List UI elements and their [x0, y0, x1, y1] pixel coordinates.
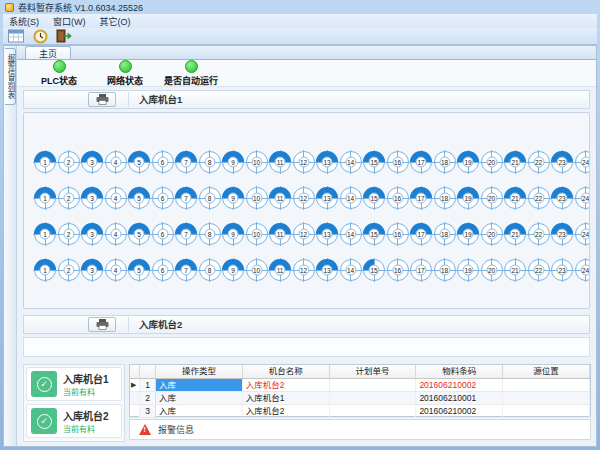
storage-slot-9[interactable]: 9	[222, 223, 244, 245]
table-column-header[interactable]: 物料条码	[416, 365, 503, 378]
table-cell[interactable]	[503, 405, 590, 417]
storage-slot-4[interactable]: 4	[105, 187, 127, 209]
storage-slot-15[interactable]: 15	[363, 151, 385, 173]
storage-slot-5[interactable]: 5	[128, 151, 150, 173]
storage-slot-16[interactable]: 16	[387, 223, 409, 245]
table-column-header[interactable]	[130, 365, 140, 378]
storage-slot-20[interactable]: 20	[481, 187, 503, 209]
storage-slot-8[interactable]: 8	[199, 187, 221, 209]
storage-slot-17[interactable]: 17	[410, 223, 432, 245]
table-column-header[interactable]: 操作类型	[156, 365, 243, 378]
storage-slot-22[interactable]: 22	[528, 151, 550, 173]
storage-slot-21[interactable]: 21	[504, 151, 526, 173]
storage-slot-20[interactable]: 20	[481, 259, 503, 281]
storage-slot-6[interactable]: 6	[152, 259, 174, 281]
storage-slot-10[interactable]: 10	[246, 223, 268, 245]
storage-slot-13[interactable]: 13	[316, 151, 338, 173]
storage-slot-9[interactable]: 9	[222, 187, 244, 209]
storage-slot-2[interactable]: 2	[58, 151, 80, 173]
storage-slot-14[interactable]: 14	[340, 187, 362, 209]
table-row[interactable]: 2入库入库机台1201606210001	[130, 392, 590, 405]
storage-slot-13[interactable]: 13	[316, 259, 338, 281]
storage-slot-3[interactable]: 3	[81, 187, 103, 209]
storage-slot-2[interactable]: 2	[58, 259, 80, 281]
storage-slot-3[interactable]: 3	[81, 223, 103, 245]
storage-slot-19[interactable]: 19	[457, 259, 479, 281]
storage-slot-4[interactable]: 4	[105, 223, 127, 245]
print-button-station1[interactable]	[88, 92, 116, 107]
storage-slot-1[interactable]: 1	[34, 151, 56, 173]
schedule-grid-icon[interactable]	[7, 29, 25, 44]
storage-slot-2[interactable]: 2	[58, 223, 80, 245]
table-row[interactable]: 3入库入库机台2201606210002	[130, 405, 590, 418]
storage-slot-17[interactable]: 17	[410, 151, 432, 173]
machine-card[interactable]: ✓入库机台1当前有料	[26, 367, 122, 401]
storage-slot-14[interactable]: 14	[340, 151, 362, 173]
storage-slot-18[interactable]: 18	[434, 187, 456, 209]
storage-slot-9[interactable]: 9	[222, 259, 244, 281]
storage-slot-24[interactable]: 24	[575, 187, 591, 209]
storage-slot-5[interactable]: 5	[128, 223, 150, 245]
storage-slot-8[interactable]: 8	[199, 223, 221, 245]
storage-slot-7[interactable]: 7	[175, 151, 197, 173]
storage-slot-24[interactable]: 24	[575, 259, 591, 281]
storage-slot-12[interactable]: 12	[293, 223, 315, 245]
storage-slot-13[interactable]: 13	[316, 187, 338, 209]
table-cell[interactable]: 入库	[156, 405, 243, 417]
storage-slot-3[interactable]: 3	[81, 151, 103, 173]
storage-slot-5[interactable]: 5	[128, 259, 150, 281]
table-cell[interactable]	[330, 392, 417, 404]
menu-item[interactable]: 窗口(W)	[53, 15, 86, 28]
table-cell[interactable]: 201606210002	[416, 405, 503, 417]
clock-icon[interactable]	[31, 29, 49, 44]
table-column-header[interactable]: 源位置	[503, 365, 590, 378]
table-cell[interactable]: 入库机台2	[243, 405, 330, 417]
storage-slot-6[interactable]: 6	[152, 187, 174, 209]
storage-slot-9[interactable]: 9	[222, 151, 244, 173]
print-button-station2[interactable]	[88, 317, 116, 332]
storage-slot-18[interactable]: 18	[434, 259, 456, 281]
table-cell[interactable]: 入库机台2	[243, 379, 330, 391]
storage-slot-22[interactable]: 22	[528, 223, 550, 245]
storage-slot-12[interactable]: 12	[293, 259, 315, 281]
storage-slot-2[interactable]: 2	[58, 187, 80, 209]
storage-slot-10[interactable]: 10	[246, 259, 268, 281]
storage-slot-24[interactable]: 24	[575, 151, 591, 173]
dock-tab-alarm-list[interactable]: 报警信息列表	[5, 48, 16, 105]
storage-slot-18[interactable]: 18	[434, 151, 456, 173]
storage-slot-22[interactable]: 22	[528, 259, 550, 281]
table-cell[interactable]: 201606210001	[416, 392, 503, 404]
storage-slot-20[interactable]: 20	[481, 151, 503, 173]
storage-slot-12[interactable]: 12	[293, 151, 315, 173]
storage-slot-19[interactable]: 19	[457, 223, 479, 245]
storage-slot-7[interactable]: 7	[175, 259, 197, 281]
storage-slot-24[interactable]: 24	[575, 223, 591, 245]
storage-slot-23[interactable]: 23	[551, 223, 573, 245]
menu-item[interactable]: 系统(S)	[9, 15, 39, 28]
storage-slot-17[interactable]: 17	[410, 259, 432, 281]
machine-card[interactable]: ✓入库机台2当前有料	[26, 404, 122, 438]
storage-slot-17[interactable]: 17	[410, 187, 432, 209]
storage-slot-7[interactable]: 7	[175, 187, 197, 209]
storage-slot-19[interactable]: 19	[457, 151, 479, 173]
table-column-header[interactable]: 机台名称	[243, 365, 330, 378]
storage-slot-8[interactable]: 8	[199, 151, 221, 173]
storage-slot-6[interactable]: 6	[152, 223, 174, 245]
storage-slot-10[interactable]: 10	[246, 187, 268, 209]
storage-slot-14[interactable]: 14	[340, 259, 362, 281]
storage-slot-4[interactable]: 4	[105, 259, 127, 281]
storage-slot-7[interactable]: 7	[175, 223, 197, 245]
storage-slot-21[interactable]: 21	[504, 187, 526, 209]
storage-slot-14[interactable]: 14	[340, 223, 362, 245]
table-column-header[interactable]: 计划单号	[330, 365, 417, 378]
storage-slot-23[interactable]: 23	[551, 259, 573, 281]
storage-slot-20[interactable]: 20	[481, 223, 503, 245]
storage-slot-16[interactable]: 16	[387, 151, 409, 173]
storage-slot-19[interactable]: 19	[457, 187, 479, 209]
storage-slot-21[interactable]: 21	[504, 259, 526, 281]
table-cell[interactable]	[503, 392, 590, 404]
storage-slot-1[interactable]: 1	[34, 187, 56, 209]
storage-slot-11[interactable]: 11	[269, 223, 291, 245]
storage-slot-11[interactable]: 11	[269, 259, 291, 281]
storage-slot-13[interactable]: 13	[316, 223, 338, 245]
